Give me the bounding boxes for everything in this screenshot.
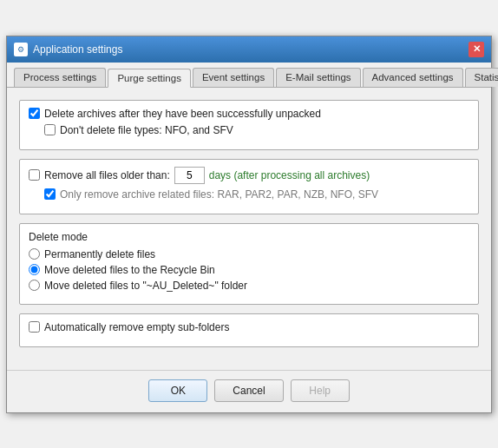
tab-email[interactable]: E-Mail settings	[276, 68, 360, 87]
radio-permanently-label[interactable]: Permanently delete files	[44, 248, 155, 260]
delete-mode-label: Delete mode	[29, 231, 469, 243]
no-delete-types-row: Don't delete file types: NFO, and SFV	[44, 124, 469, 136]
auto-remove-section: Automatically remove empty sub-folders	[19, 313, 479, 347]
auto-remove-group: Automatically remove empty sub-folders	[19, 313, 479, 347]
radio-au-folder-label[interactable]: Move deleted files to "~AU_Deleted~" fol…	[44, 280, 247, 292]
delete-archives-checkbox[interactable]	[29, 108, 40, 119]
tab-process[interactable]: Process settings	[14, 68, 106, 87]
remove-older-section: Remove all files older than: days (after…	[19, 159, 479, 214]
radio-au-folder[interactable]	[29, 280, 40, 291]
archive-related-checkbox[interactable]	[44, 188, 56, 200]
tab-event[interactable]: Event settings	[193, 68, 274, 87]
radio-permanently-row: Permanently delete files	[29, 248, 469, 260]
delete-mode-section: Delete mode Permanently delete files Mov…	[19, 223, 479, 305]
archive-related-label[interactable]: Only remove archive related files: RAR, …	[60, 188, 378, 201]
application-settings-window: ⚙ Application settings ✕ Process setting…	[6, 36, 492, 413]
ok-button[interactable]: OK	[148, 379, 207, 402]
radio-permanently[interactable]	[29, 248, 40, 260]
no-delete-types-label[interactable]: Don't delete file types: NFO, and SFV	[60, 124, 233, 136]
window-title: Application settings	[33, 43, 122, 56]
footer: OK Cancel Help	[7, 370, 491, 412]
tab-advanced[interactable]: Advanced settings	[363, 68, 463, 87]
close-button[interactable]: ✕	[469, 42, 484, 57]
days-input[interactable]	[174, 167, 205, 184]
tab-statistics[interactable]: Statistics	[465, 68, 498, 87]
auto-remove-label[interactable]: Automatically remove empty sub-folders	[44, 321, 229, 333]
delete-archives-row: Delete archives after they have been suc…	[29, 108, 469, 120]
cancel-button[interactable]: Cancel	[214, 379, 283, 402]
remove-older-label[interactable]: Remove all files older than:	[44, 169, 170, 181]
content-area: Delete archives after they have been suc…	[7, 88, 491, 365]
tab-purge[interactable]: Purge settings	[108, 69, 191, 88]
auto-remove-checkbox[interactable]	[29, 321, 40, 333]
archive-delete-section: Delete archives after they have been suc…	[19, 100, 479, 150]
title-bar-left: ⚙ Application settings	[14, 43, 122, 56]
remove-older-row: Remove all files older than: days (after…	[29, 167, 469, 184]
help-button: Help	[291, 379, 350, 402]
tab-bar: Process settings Purge settings Event se…	[7, 63, 491, 88]
delete-archives-label[interactable]: Delete archives after they have been suc…	[44, 108, 321, 120]
remove-older-checkbox[interactable]	[29, 169, 40, 181]
app-icon: ⚙	[14, 43, 28, 56]
radio-au-folder-row: Move deleted files to "~AU_Deleted~" fol…	[29, 280, 469, 292]
title-bar: ⚙ Application settings ✕	[7, 36, 491, 63]
auto-remove-row: Automatically remove empty sub-folders	[29, 321, 469, 333]
days-suffix-text: days (after processing all archives)	[209, 169, 370, 181]
no-delete-types-checkbox[interactable]	[44, 124, 56, 135]
archive-related-row: Only remove archive related files: RAR, …	[44, 188, 469, 201]
radio-recycle[interactable]	[29, 264, 40, 275]
radio-recycle-row: Move deleted files to the Recycle Bin	[29, 264, 469, 276]
radio-recycle-label[interactable]: Move deleted files to the Recycle Bin	[44, 264, 215, 276]
